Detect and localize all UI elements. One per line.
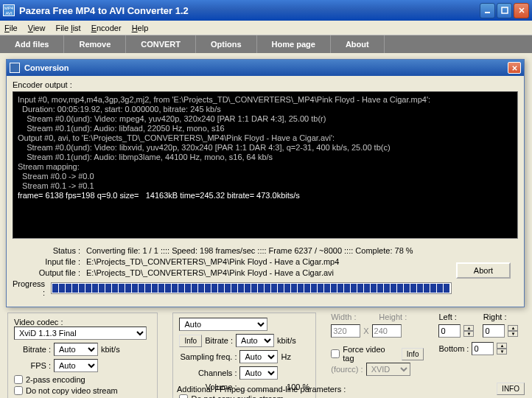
menu-view[interactable]: View (28, 24, 46, 32)
status-label: Status : (13, 246, 86, 255)
sampling-select[interactable]: Auto (239, 350, 278, 363)
titlebar: MP4AVI Pazera Free MP4 to AVI Converter … (0, 0, 532, 21)
fourcc-label: (fourcc) : (331, 365, 363, 374)
video-codec-select[interactable]: XviD 1.1.3 Final (14, 327, 147, 340)
app-icon: MP4AVI (3, 4, 15, 16)
bitrate-select[interactable]: Auto (54, 343, 98, 356)
right-label: Right : (483, 313, 507, 321)
svg-rect-0 (485, 12, 490, 13)
ffmpeg-label: Additional FFmpeg command-line parameter… (177, 385, 346, 394)
ffmpeg-info-button[interactable]: INFO (497, 383, 525, 395)
svg-rect-1 (502, 7, 508, 13)
abitrate-select[interactable]: Auto (236, 334, 274, 347)
output-file-label: Output file : (13, 268, 86, 277)
conversion-modal: Conversion Encoder output : Input #0, mo… (6, 59, 525, 307)
height-label: Height : (379, 313, 424, 321)
fourcc-info-button[interactable]: Info (402, 348, 424, 360)
menubar: File View File list Encoder Help (0, 21, 532, 35)
status-value: Converting file: 1 / 1 :::: Speed: 198 f… (86, 246, 518, 255)
video-codec-label: Video codec : (14, 318, 151, 327)
modal-icon (10, 63, 20, 73)
bottom-label: Bottom : (438, 344, 469, 353)
width-label: Width : (331, 313, 376, 321)
modal-titlebar: Conversion (7, 60, 524, 76)
modal-title-text: Conversion (24, 63, 69, 72)
bottom-spinner[interactable]: ▲▼ (497, 343, 507, 355)
sampling-label: Sampling freq. : (179, 352, 237, 361)
action-home[interactable]: Home page (257, 35, 331, 53)
encoder-console: Input #0, mov,mp4,m4a,3gp,3g2,mj2, from … (13, 91, 518, 239)
left-spinner[interactable]: ▲▼ (463, 325, 474, 337)
encoder-output-label: Encoder output : (13, 80, 518, 89)
bottom-input[interactable] (472, 342, 494, 355)
input-file-value: E:\Projects_TD\_CONVERTERS\_MP4\Pink Flo… (86, 257, 518, 266)
abitrate-label: Bitrate : (205, 336, 233, 345)
twopass-label: 2-pass encoding (26, 375, 85, 384)
progress-bar (51, 282, 452, 294)
channels-select[interactable]: Auto (239, 366, 278, 380)
minimize-button[interactable] (480, 3, 495, 18)
audio-codec-select[interactable]: Auto (179, 318, 267, 331)
audio-info-button[interactable]: Info (179, 335, 202, 347)
menu-filelist[interactable]: File list (55, 24, 80, 32)
action-about[interactable]: About (331, 35, 385, 53)
abitrate-unit: kbit/s (277, 336, 296, 345)
left-input[interactable] (438, 324, 461, 338)
fourcc-select[interactable]: XVID (366, 363, 410, 376)
nocopy-video-checkbox[interactable] (14, 386, 23, 395)
output-file-value: E:\Projects_TD\_CONVERTERS\_MP4\Pink Flo… (86, 268, 518, 277)
modal-close-button[interactable] (508, 62, 521, 74)
ffmpeg-row: Additional FFmpeg command-line parameter… (177, 383, 525, 395)
action-options[interactable]: Options (196, 35, 257, 53)
action-convert[interactable]: CONVERT (126, 35, 196, 53)
action-add-files[interactable]: Add files (0, 35, 64, 53)
bitrate-unit: kbit/s (101, 345, 120, 354)
window-title: Pazera Free MP4 to AVI Converter 1.2 (19, 5, 480, 16)
maximize-button[interactable] (497, 3, 512, 18)
x-label: X (363, 327, 368, 335)
sampling-unit: Hz (281, 352, 290, 361)
action-remove[interactable]: Remove (64, 35, 126, 53)
right-input[interactable] (483, 324, 505, 338)
force-tag-label: Force video tag (343, 345, 399, 363)
fps-select[interactable]: Auto (54, 359, 98, 372)
bitrate-label: Bitrate : (14, 345, 51, 354)
width-input[interactable] (331, 324, 360, 338)
input-file-label: Input file : (13, 257, 86, 266)
abort-button[interactable]: Abort (456, 262, 511, 279)
twopass-checkbox[interactable] (14, 375, 23, 384)
close-button[interactable] (514, 3, 529, 18)
right-spinner[interactable]: ▲▼ (508, 325, 518, 337)
force-tag-checkbox[interactable] (331, 349, 340, 358)
menu-help[interactable]: Help (132, 24, 149, 32)
nocopy-video-label: Do not copy video stream (26, 386, 118, 395)
left-label: Left : (438, 313, 456, 321)
progress-label: Progress : (13, 279, 51, 297)
actionbar: Add files Remove CONVERT Options Home pa… (0, 35, 532, 53)
fps-label: FPS : (14, 361, 51, 370)
channels-label: Channels : (179, 369, 237, 377)
video-panel: Video codec : XviD 1.1.3 Final Bitrate :… (7, 313, 158, 398)
menu-file[interactable]: File (4, 24, 18, 32)
menu-encoder[interactable]: Encoder (91, 24, 122, 32)
height-input[interactable] (372, 324, 402, 338)
